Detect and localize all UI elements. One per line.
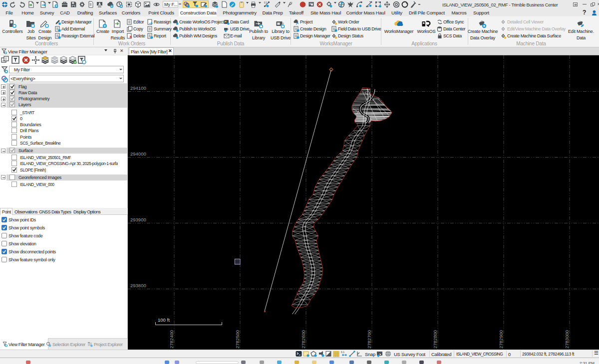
svg-text:294100: 294100 [130,85,146,91]
svg-text:293900: 293900 [130,217,146,222]
svg-text:2782500: 2782500 [235,330,240,349]
svg-text:293800: 293800 [130,283,146,288]
svg-text:2782700: 2782700 [366,330,372,349]
svg-text:?: ? [291,1,293,4]
svg-text:2783000: 2783000 [564,330,570,349]
svg-text:2782800: 2782800 [432,330,438,349]
svg-text:0.1: 0.1 [264,1,268,4]
svg-text:0.1: 0.1 [341,351,344,354]
svg-text:2782400: 2782400 [169,330,174,349]
svg-text:2782600: 2782600 [300,330,306,349]
svg-text:100 ft: 100 ft [158,317,170,323]
svg-text:2782900: 2782900 [498,330,504,349]
svg-text:294000: 294000 [130,151,146,157]
